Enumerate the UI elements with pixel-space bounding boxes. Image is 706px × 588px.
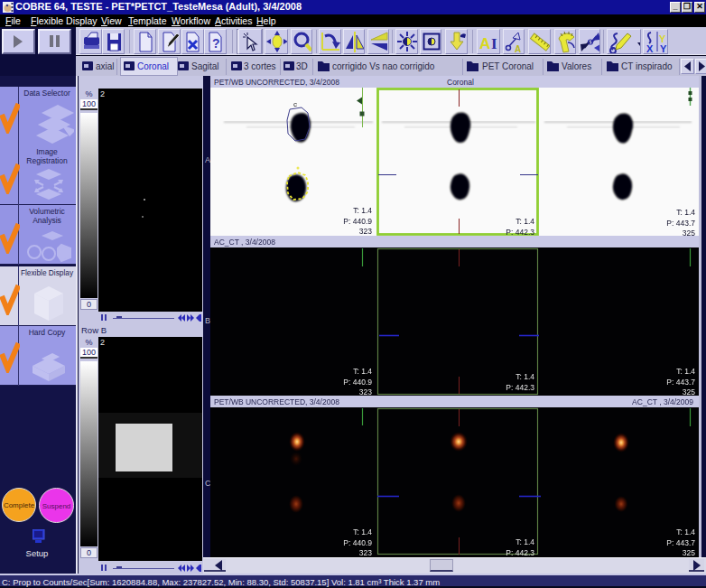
svg-text:?: ? <box>212 36 220 51</box>
svg-text:A: A <box>515 44 521 54</box>
svg-text:A: A <box>479 35 490 52</box>
svg-text:X: X <box>646 43 654 54</box>
svg-text:Y: Y <box>659 33 666 44</box>
svg-text:Y: Y <box>660 43 667 54</box>
svg-text:I: I <box>491 35 497 52</box>
svg-text:c: c <box>293 100 297 108</box>
